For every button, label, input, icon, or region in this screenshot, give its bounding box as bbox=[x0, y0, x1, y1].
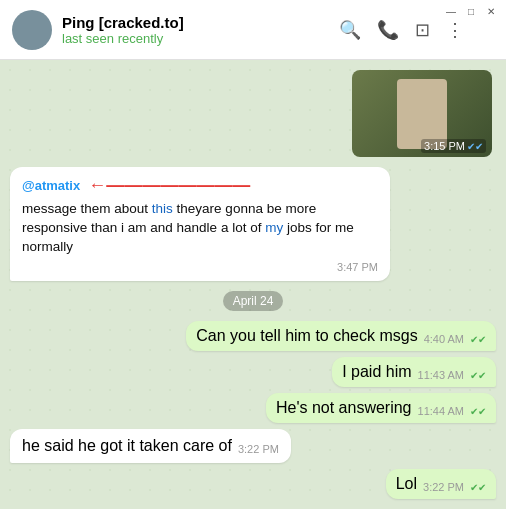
sent-message-3: He's not answering 11:44 AM ✔✔ bbox=[266, 393, 496, 423]
sent-message-content: He's not answering 11:44 AM ✔✔ bbox=[276, 399, 486, 417]
message-mention: @atmatix ←———————— bbox=[22, 175, 378, 196]
sent-tick-icon: ✔✔ bbox=[470, 406, 486, 417]
sent-message-content: Can you tell him to check msgs 4:40 AM ✔… bbox=[196, 327, 486, 345]
window-chrome: — □ ✕ bbox=[436, 0, 506, 22]
contact-info: Ping [cracked.to] last seen recently bbox=[62, 14, 339, 46]
contact-name: Ping [cracked.to] bbox=[62, 14, 339, 31]
received-text: he said he got it taken care of bbox=[22, 437, 232, 455]
highlight-this: this bbox=[152, 201, 177, 216]
layout-icon[interactable]: ⊡ bbox=[415, 19, 430, 41]
reply-arrow-icon: ←———————— bbox=[88, 175, 250, 196]
message-text-body: message them about this theyare gonna be… bbox=[22, 200, 378, 257]
sent-text: He's not answering bbox=[276, 399, 412, 417]
message-time-row: 3:47 PM bbox=[22, 261, 378, 273]
maximize-button[interactable]: □ bbox=[464, 4, 478, 18]
sent-text: Lol bbox=[396, 475, 417, 493]
video-time-label: 3:15 PM bbox=[424, 140, 465, 152]
sent-message-1: Can you tell him to check msgs 4:40 AM ✔… bbox=[186, 321, 496, 351]
sent-time: 11:43 AM bbox=[418, 369, 464, 381]
sent-tick-icon: ✔✔ bbox=[470, 482, 486, 493]
search-icon[interactable]: 🔍 bbox=[339, 19, 361, 41]
sent-time: 3:22 PM bbox=[423, 481, 464, 493]
received-message-2: he said he got it taken care of 3:22 PM bbox=[10, 429, 291, 463]
video-message: 3:15 PM ✔✔ bbox=[352, 70, 492, 157]
mention-text: @atmatix bbox=[22, 178, 80, 193]
sent-tick-icon: ✔✔ bbox=[470, 370, 486, 381]
sent-text: Can you tell him to check msgs bbox=[196, 327, 417, 345]
sent-time: 11:44 AM bbox=[418, 405, 464, 417]
received-message-1: @atmatix ←———————— message them about th… bbox=[10, 167, 390, 281]
highlight-my: my bbox=[265, 220, 283, 235]
sent-text: I paid him bbox=[342, 363, 411, 381]
call-icon[interactable]: 📞 bbox=[377, 19, 399, 41]
chat-background: 3:15 PM ✔✔ @atmatix ←———————— message th… bbox=[0, 60, 506, 509]
video-message-time: 3:15 PM ✔✔ bbox=[421, 139, 486, 153]
chat-header: Ping [cracked.to] last seen recently 🔍 📞… bbox=[0, 0, 506, 60]
messages-list: 3:15 PM ✔✔ @atmatix ←———————— message th… bbox=[0, 60, 506, 509]
contact-avatar bbox=[12, 10, 52, 50]
sent-message-4: Lol 3:22 PM ✔✔ bbox=[386, 469, 496, 499]
date-divider: April 24 bbox=[223, 291, 284, 311]
sent-message-content: Lol 3:22 PM ✔✔ bbox=[396, 475, 486, 493]
sent-message-2: I paid him 11:43 AM ✔✔ bbox=[332, 357, 496, 387]
received-message-content: he said he got it taken care of 3:22 PM bbox=[22, 437, 279, 455]
sent-tick-icon: ✔✔ bbox=[470, 334, 486, 345]
message-time: 3:47 PM bbox=[337, 261, 378, 273]
close-button[interactable]: ✕ bbox=[484, 4, 498, 18]
video-person-figure bbox=[397, 79, 447, 149]
sent-message-content: I paid him 11:43 AM ✔✔ bbox=[342, 363, 486, 381]
contact-status: last seen recently bbox=[62, 31, 339, 46]
sent-time: 4:40 AM bbox=[424, 333, 464, 345]
video-tick-icon: ✔✔ bbox=[467, 141, 483, 152]
minimize-button[interactable]: — bbox=[444, 4, 458, 18]
received-time: 3:22 PM bbox=[238, 443, 279, 455]
